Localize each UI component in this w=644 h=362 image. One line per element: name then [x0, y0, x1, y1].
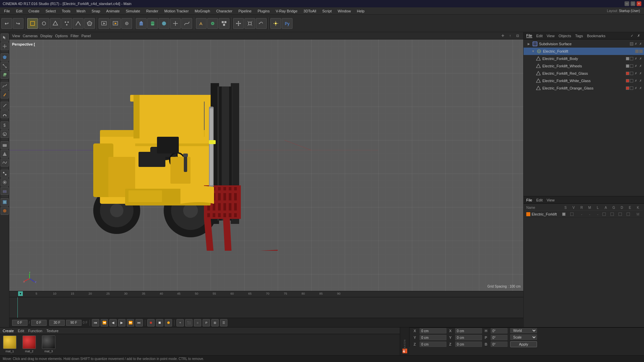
mode-btn-4[interactable]: P — [203, 319, 210, 326]
keyframe-button[interactable]: ⬟ — [165, 319, 172, 326]
move-button[interactable] — [233, 18, 244, 29]
spline-button[interactable] — [181, 18, 192, 29]
mode-btn-5[interactable]: ⊞ — [211, 319, 219, 326]
left-extrude-button[interactable] — [1, 71, 9, 79]
left-move-button[interactable] — [1, 42, 9, 50]
fps-input[interactable] — [49, 320, 65, 326]
obj-tab-bookmarks[interactable]: Bookmarks — [587, 34, 605, 38]
mode-btn-2[interactable]: ⬛ — [185, 319, 193, 326]
current-frame-input[interactable] — [12, 320, 28, 326]
obj-tab-file[interactable]: File — [526, 34, 532, 38]
menu-edit[interactable]: Edit — [13, 8, 25, 14]
attr-tab-view[interactable]: View — [547, 198, 555, 202]
texture-mode-button[interactable] — [50, 18, 61, 29]
apply-button[interactable]: Apply — [510, 341, 537, 347]
left-paint-button[interactable] — [1, 90, 9, 99]
material-swatch-2[interactable]: mat_2 — [21, 336, 38, 354]
step-forward-button[interactable]: ⏩ — [127, 319, 134, 326]
render-settings-button[interactable] — [121, 18, 132, 29]
left-obj1-button[interactable] — [1, 141, 9, 149]
left-obj2-button[interactable] — [1, 150, 9, 158]
menu-render[interactable]: Render — [144, 8, 161, 14]
menu-file[interactable]: File — [1, 8, 13, 14]
sculpt-button[interactable] — [207, 18, 218, 29]
goto-start-button[interactable]: ⏮ — [92, 319, 99, 326]
obj-tab-objects[interactable]: Objects — [558, 34, 571, 38]
cube-button[interactable] — [136, 18, 147, 29]
record-button[interactable]: ⏺ — [147, 319, 155, 326]
material-swatch-1[interactable]: mat_1 — [1, 336, 18, 354]
attr-tab-edit[interactable]: Edit — [536, 198, 543, 202]
paint-button[interactable] — [196, 18, 207, 29]
maximize-button[interactable]: □ — [631, 1, 635, 6]
obj-tab-tags[interactable]: Tags — [575, 34, 583, 38]
left-poly-button[interactable] — [1, 53, 9, 61]
left-select-button[interactable] — [1, 34, 9, 42]
menu-simulate[interactable]: Simulate — [123, 8, 143, 14]
tree-item-white-glass[interactable]: Electric_Forklift_White_Glass ✗ ✗ — [524, 77, 644, 84]
y-position-input[interactable] — [420, 335, 446, 340]
object-mode-button[interactable] — [39, 18, 49, 29]
x-position-input[interactable] — [420, 328, 446, 334]
left-edge-button[interactable] — [1, 62, 9, 70]
goto-end-button[interactable]: ⏭ — [136, 319, 143, 326]
left-obj3-button[interactable] — [1, 159, 9, 167]
timeline-ruler[interactable]: 0 5 10 15 20 25 30 35 40 45 50 55 60 65 — [9, 291, 523, 297]
tree-item-red-glass[interactable]: Electric_Forklift_Red_Glass ✗ ✗ — [524, 70, 644, 77]
point-mode-button[interactable] — [61, 18, 72, 29]
z-rotation-input[interactable] — [455, 342, 482, 347]
x-rotation-input[interactable] — [455, 328, 482, 334]
menu-pipeline[interactable]: Pipeline — [236, 8, 254, 14]
left-magnet-button[interactable] — [1, 110, 9, 118]
p-input[interactable] — [491, 335, 507, 340]
left-obj6-button[interactable] — [1, 187, 9, 195]
obj-icon-checkmark[interactable]: ✓ — [629, 33, 635, 39]
viewport-tab-panel[interactable]: Panel — [82, 34, 91, 38]
left-obj5-button[interactable] — [1, 178, 9, 186]
cylinder-button[interactable] — [147, 18, 158, 29]
menu-tools[interactable]: Tools — [59, 8, 73, 14]
left-dollar-button[interactable]: $ — [1, 121, 9, 129]
menu-help[interactable]: Help — [354, 8, 367, 14]
mat-tab-texture[interactable]: Texture — [46, 329, 58, 333]
mode-btn-3[interactable]: ○ — [194, 319, 201, 326]
tree-item-orange-glass[interactable]: Electric_Forklift_Orange_Glass ✗ ✗ — [524, 84, 644, 92]
viewport[interactable]: Perspective [ Grid Spacing : 100 cm Z Y … — [9, 40, 523, 291]
viewport-tab-filter[interactable]: Filter — [70, 34, 78, 38]
obj-tab-edit[interactable]: Edit — [536, 34, 543, 38]
menu-mograph[interactable]: MoGraph — [192, 8, 213, 14]
python-button[interactable]: Py — [282, 18, 292, 29]
mode-btn-1[interactable]: + — [176, 319, 184, 326]
model-mode-button[interactable] — [27, 18, 38, 29]
viewport-tab-cameras[interactable]: Cameras — [23, 34, 38, 38]
menu-mesh[interactable]: Mesh — [74, 8, 88, 14]
y-rotation-input[interactable] — [455, 335, 482, 340]
sphere-button[interactable] — [159, 18, 169, 29]
b-input[interactable] — [491, 342, 507, 347]
scale-system-dropdown[interactable]: Scale — [510, 335, 537, 340]
menu-vray[interactable]: V-Ray Bridge — [273, 8, 300, 14]
mode-btn-6[interactable]: ☰ — [220, 319, 227, 326]
left-obj4-button[interactable] — [1, 170, 9, 178]
rotate-button[interactable] — [256, 18, 267, 29]
tree-item-subdivision[interactable]: ▶ Subdivision Surface ✗ ✗ — [524, 40, 644, 48]
timeline-content[interactable] — [9, 297, 523, 318]
play-button[interactable]: ▶ — [118, 319, 125, 326]
h-input[interactable] — [491, 328, 507, 334]
attr-row-forklift[interactable]: Electric_Forklift - - — [525, 210, 643, 218]
minimize-button[interactable]: ─ — [625, 1, 629, 6]
obj-tab-view[interactable]: View — [547, 34, 555, 38]
coord-system-dropdown[interactable]: World Object Local — [510, 328, 537, 334]
edge-mode-button[interactable] — [73, 18, 84, 29]
menu-window[interactable]: Window — [335, 8, 354, 14]
menu-motion-tracker[interactable]: Motion Tracker — [162, 8, 192, 14]
left-knife-button[interactable] — [1, 102, 9, 110]
render-to-po-button[interactable] — [110, 18, 121, 29]
light-button[interactable] — [270, 18, 281, 29]
tree-item-forklift[interactable]: ▼ Electric_Forklift — [524, 48, 644, 55]
viewport-tab-display[interactable]: Display — [40, 34, 52, 38]
end-frame-input[interactable] — [66, 320, 82, 326]
mograph-button[interactable] — [219, 18, 229, 29]
viewport-nav-up[interactable]: ↑ — [507, 33, 513, 39]
play-reverse-button[interactable]: ◀ — [109, 319, 117, 326]
